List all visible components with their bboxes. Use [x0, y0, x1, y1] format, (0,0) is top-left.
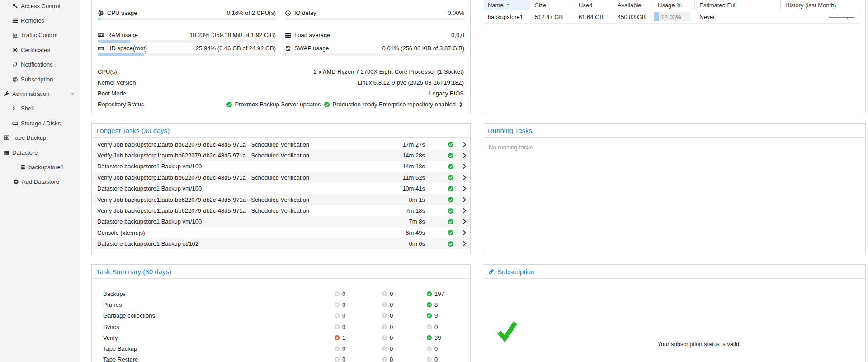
ok-count: 39 — [434, 334, 441, 341]
task-row[interactable]: Verify Job backupstore1:auto-bb622079-db… — [92, 194, 470, 205]
task-text: Datastore backupstore1 Backup ct/102 — [97, 240, 380, 247]
task-duration: 6m 49s — [380, 229, 425, 236]
sidebar-item-label: Storage / Disks — [21, 120, 61, 127]
datastore-used-cell: 61.64 GB — [574, 14, 613, 20]
database-icon — [20, 164, 26, 170]
sidebar-item-label: backupstore1 — [28, 164, 64, 171]
task-text: Verify Job backupstore1:auto-bb622079-db… — [97, 174, 380, 181]
cpus-row: CPU(s) 2 x AMD Ryzen 7 2700X Eight-Core … — [98, 68, 464, 76]
summary-row-garbage-collections: Garbage collections 0 0 9 — [92, 310, 470, 321]
chevron-right-icon[interactable] — [462, 163, 467, 169]
chevron-right-icon[interactable] — [462, 241, 467, 247]
column-header-name[interactable]: Name — [483, 0, 530, 10]
error-count: 0 — [342, 324, 345, 330]
running-tasks-panel: Running Tasks No running tasks — [483, 123, 866, 254]
sidebar-item-remotes[interactable]: Remotes — [0, 13, 80, 28]
column-header-estimated-full[interactable]: Estimated Full — [695, 0, 781, 10]
chevron-right-icon[interactable] — [462, 219, 467, 224]
chevron-down-icon[interactable] — [70, 91, 75, 97]
cpus-label: CPU(s) — [98, 68, 117, 75]
summary-row-syncs: Syncs 0 0 0 — [92, 321, 470, 332]
task-text: Verify Job backupstore1:auto-bb622079-db… — [97, 207, 380, 214]
boot-mode-row: Boot Mode Legacy BIOS — [98, 90, 464, 97]
cpu-usage-row: CPU usage 0.16% of 2 CPU(s) — [98, 9, 276, 17]
chevron-right-icon[interactable] — [462, 197, 467, 203]
kernel-version-row: Kernel Version Linux 6.8.12-9-pve (2025-… — [98, 79, 464, 86]
history-sparkline — [829, 14, 855, 19]
task-text: Datastore backupstore1 Backup vm/100 — [97, 163, 380, 170]
chevron-right-icon[interactable] — [462, 175, 467, 181]
kernel-version-value: Linux 6.8.12-9-pve (2025-03-16T19:18Z) — [358, 79, 464, 86]
datastore-size-cell: 512.47 GB — [530, 14, 574, 20]
task-row[interactable]: Verify Job backupstore1:auto-bb622079-db… — [92, 150, 470, 161]
task-duration: 6m 6s — [380, 240, 425, 247]
table-header: Name Size Used Available Usage % Estimat… — [483, 0, 859, 10]
cpu-usage-bar — [98, 18, 276, 20]
datastore-grid: Name Size Used Available Usage % Estimat… — [483, 0, 859, 113]
sidebar-item-notifications[interactable]: Notifications — [0, 57, 80, 72]
chevron-right-icon[interactable] — [462, 152, 467, 158]
summary-row-tape-backup: Tape Backup 0 0 0 — [92, 343, 470, 354]
table-row[interactable]: backupstore1 512.47 GB 61.64 GB 450.83 G… — [483, 10, 859, 24]
sidebar-item-subscription[interactable]: Subscription — [0, 72, 80, 86]
task-text: Console (xterm.js) — [97, 229, 380, 236]
check-circle-icon — [324, 101, 330, 108]
cpu-icon — [98, 10, 104, 16]
subscription-body: Your subscription status is valid. — [483, 279, 865, 362]
task-row[interactable]: Verify Job backupstore1:auto-bb622079-db… — [92, 205, 470, 216]
plus-circle-icon — [13, 179, 19, 185]
column-header-size[interactable]: Size — [530, 0, 574, 10]
sidebar-item-certificates[interactable]: Certificates — [0, 43, 80, 57]
subscription-status-text: Your subscription status is valid. — [533, 341, 865, 348]
clock-icon — [285, 10, 291, 16]
io-delay-label: IO delay — [294, 10, 316, 16]
ok-count: 9 — [434, 312, 438, 319]
chevron-right-icon[interactable] — [462, 230, 467, 236]
panel-title: Longest Tasks (30 days) — [92, 124, 470, 138]
sidebar-item-administration[interactable]: Administration — [0, 86, 80, 101]
system-stats-panel: CPU usage 0.16% of 2 CPU(s) RAM usage 18… — [91, 0, 471, 113]
task-row[interactable]: Verify Job backupstore1:auto-bb622079-db… — [92, 172, 470, 183]
running-tasks-title: Running Tasks — [488, 127, 532, 134]
task-text: Verify Job backupstore1:auto-bb622079-db… — [97, 152, 380, 159]
boot-mode-label: Boot Mode — [98, 90, 126, 97]
task-duration: 10m 41s — [380, 185, 425, 192]
load-average-row: Load average 0,0,0 — [285, 31, 464, 39]
certificate-icon — [12, 47, 18, 53]
task-duration: 7m 18s — [380, 207, 425, 214]
ram-usage-value: 18.23% (359.18 MiB of 1.92 GiB) — [189, 32, 276, 38]
column-header-usage[interactable]: Usage % — [653, 0, 695, 10]
boot-mode-value: Legacy BIOS — [429, 90, 464, 97]
column-header-history[interactable]: History (last Month) — [781, 0, 859, 10]
sidebar-item-shell[interactable]: Shell — [0, 101, 80, 116]
chevron-right-icon[interactable] — [462, 208, 467, 214]
task-row[interactable]: Verify Job backupstore1:auto-bb622079-db… — [92, 139, 470, 150]
warning-circle-icon — [382, 324, 387, 330]
task-row[interactable]: Console (xterm.js) 6m 49s — [92, 227, 470, 238]
sidebar-item-add-datastore[interactable]: Add Datastore — [0, 175, 80, 189]
usage-percent-text: 12.03% — [661, 14, 681, 20]
chevron-right-icon[interactable] — [462, 142, 467, 148]
column-header-available[interactable]: Available — [613, 0, 653, 10]
task-row[interactable]: Datastore backupstore1 Backup ct/102 6m … — [92, 238, 470, 249]
task-row[interactable]: Datastore backupstore1 Backup vm/100 10m… — [92, 183, 470, 194]
sidebar-item-traffic-control[interactable]: Traffic Control — [0, 28, 80, 43]
sidebar-item-tape-backup[interactable]: Tape Backup — [0, 131, 80, 145]
sidebar-item-access-control[interactable]: Access Control — [0, 0, 80, 13]
chevron-right-icon[interactable] — [462, 186, 467, 191]
warning-circle-icon — [382, 302, 387, 308]
task-row[interactable]: Datastore backupstore1 Backup vm/100 7m … — [92, 216, 470, 227]
sidebar-item-storage-disks[interactable]: Storage / Disks — [0, 116, 80, 130]
load-average-label: Load average — [294, 32, 330, 38]
column-header-used[interactable]: Used — [574, 0, 613, 10]
task-row[interactable]: Datastore backupstore1 Backup vm/100 14m… — [92, 161, 470, 172]
sidebar-item-datastore[interactable]: Datastore — [0, 145, 80, 160]
panel-title: Subscription — [483, 265, 865, 279]
swap-usage-bar — [285, 53, 464, 56]
cpu-usage-label: CPU usage — [107, 10, 137, 16]
error-count: 1 — [342, 334, 345, 341]
check-circle-icon — [426, 346, 432, 352]
error-count: 0 — [342, 345, 345, 352]
chevron-right-icon[interactable] — [458, 102, 464, 107]
sidebar-item-backupstore1[interactable]: backupstore1 — [0, 160, 80, 174]
